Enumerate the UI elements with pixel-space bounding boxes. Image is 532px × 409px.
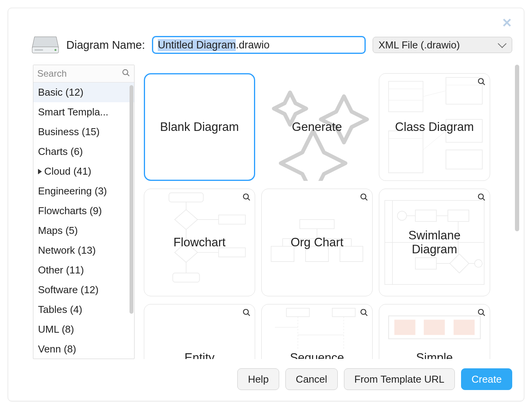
svg-line-8	[248, 198, 250, 201]
template-label: Swimlane Diagram	[379, 229, 490, 256]
category-item[interactable]: Network (13)	[33, 241, 134, 260]
cancel-button[interactable]: Cancel	[285, 368, 338, 390]
magnify-icon[interactable]	[360, 193, 368, 203]
svg-point-5	[478, 79, 484, 84]
template-card[interactable]: Generate	[261, 73, 373, 181]
svg-line-10	[365, 198, 368, 201]
expand-arrow-icon	[38, 169, 42, 174]
category-label: Flowcharts (9)	[38, 205, 102, 217]
sidebar-scrollbar[interactable]	[130, 85, 133, 314]
svg-line-14	[248, 314, 250, 316]
template-area: Blank DiagramGenerateClass DiagramFlowch…	[142, 65, 519, 359]
new-diagram-dialog: ✕ Diagram Name: XML File (.drawio)	[8, 8, 524, 401]
svg-rect-2	[35, 49, 43, 51]
template-card[interactable]: Sequence	[261, 304, 373, 359]
category-label: Maps (5)	[38, 225, 78, 236]
category-label: Charts (6)	[38, 146, 83, 157]
template-card[interactable]: Swimlane Diagram	[379, 189, 490, 296]
svg-line-16	[365, 314, 368, 316]
template-scrollbar[interactable]	[515, 65, 519, 231]
template-card[interactable]: Blank Diagram	[144, 73, 255, 181]
svg-point-15	[361, 309, 366, 314]
category-label: Other (11)	[38, 264, 84, 276]
svg-point-7	[244, 194, 249, 199]
diagram-name-label: Diagram Name:	[66, 39, 145, 52]
template-card[interactable]: Flowchart	[144, 189, 255, 296]
category-item[interactable]: Engineering (3)	[33, 181, 134, 201]
category-item[interactable]: Tables (4)	[33, 300, 134, 320]
category-list: Basic (12)Smart Templa...Business (15)Ch…	[33, 82, 134, 359]
device-storage-icon	[31, 35, 59, 55]
template-card[interactable]: Simple	[379, 304, 490, 359]
svg-point-3	[123, 70, 128, 75]
category-item[interactable]: Cloud (41)	[33, 162, 134, 181]
category-item[interactable]: UML (8)	[33, 320, 134, 339]
svg-line-18	[483, 314, 485, 316]
category-label: Cloud (41)	[44, 165, 91, 177]
close-icon[interactable]: ✕	[502, 17, 512, 29]
svg-point-11	[478, 194, 484, 199]
help-button[interactable]: Help	[237, 368, 279, 390]
file-format-select-wrap: XML File (.drawio)	[373, 37, 512, 53]
template-label: Class Diagram	[387, 120, 482, 134]
svg-point-9	[361, 194, 366, 199]
template-label: Simple	[408, 351, 461, 359]
magnify-icon[interactable]	[477, 77, 486, 88]
category-item[interactable]: Other (11)	[33, 260, 134, 280]
template-card[interactable]: Class Diagram	[379, 73, 490, 181]
create-button[interactable]: Create	[461, 368, 512, 390]
category-item[interactable]: Smart Templa...	[33, 102, 134, 122]
magnify-icon[interactable]	[242, 308, 251, 318]
magnify-icon[interactable]	[477, 193, 486, 203]
category-label: Network (13)	[38, 244, 96, 256]
template-label: Entity	[177, 351, 223, 359]
category-label: Venn (8)	[38, 343, 76, 355]
category-label: Engineering (3)	[38, 185, 107, 197]
template-label: Generate	[284, 120, 350, 134]
category-item[interactable]: Business (15)	[33, 122, 134, 142]
category-label: Software (12)	[38, 284, 98, 296]
svg-line-4	[127, 74, 130, 76]
magnify-icon[interactable]	[242, 193, 251, 203]
category-label: Basic (12)	[38, 86, 83, 98]
svg-point-17	[478, 309, 484, 314]
diagram-name-input[interactable]	[152, 36, 366, 54]
category-label: Smart Templa...	[38, 106, 109, 118]
search-icon	[122, 69, 130, 79]
svg-line-12	[483, 198, 485, 201]
template-card[interactable]: Entity	[144, 304, 255, 359]
svg-point-13	[244, 309, 249, 314]
category-sidebar: Basic (12)Smart Templa...Business (15)Ch…	[33, 65, 135, 359]
category-item[interactable]: Charts (6)	[33, 142, 134, 162]
search-input[interactable]	[33, 65, 134, 82]
category-label: Business (15)	[38, 126, 100, 137]
template-label: Blank Diagram	[152, 120, 247, 134]
category-item[interactable]: Flowcharts (9)	[33, 201, 134, 221]
magnify-icon[interactable]	[360, 308, 368, 318]
category-item[interactable]: Maps (5)	[33, 221, 134, 241]
category-item[interactable]: Software (12)	[33, 280, 134, 300]
template-label: Org Chart	[283, 235, 351, 249]
svg-point-1	[55, 49, 57, 51]
template-label: Flowchart	[166, 235, 233, 249]
category-item[interactable]: Basic (12)	[33, 82, 134, 102]
file-format-select[interactable]: XML File (.drawio)	[373, 37, 512, 53]
magnify-icon[interactable]	[477, 308, 486, 318]
from-template-url-button[interactable]: From Template URL	[344, 368, 455, 390]
dialog-header: Diagram Name: XML File (.drawio)	[8, 8, 524, 65]
category-label: UML (8)	[38, 323, 74, 335]
template-label: Sequence	[282, 351, 352, 359]
dialog-footer: Help Cancel From Template URL Create	[8, 359, 524, 401]
category-label: Tables (4)	[38, 304, 82, 315]
template-card[interactable]: Org Chart	[261, 189, 373, 296]
svg-line-6	[483, 83, 485, 85]
category-item[interactable]: Venn (8)	[33, 339, 134, 359]
